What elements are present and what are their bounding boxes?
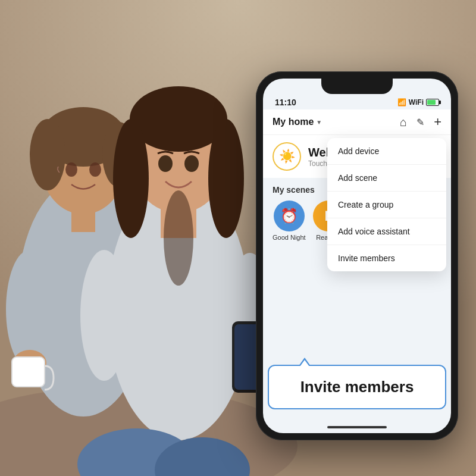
main-phone: 11:10 📶 WiFi My home ▼ xyxy=(256,71,458,440)
sun-symbol: ☀️ xyxy=(279,149,295,164)
home-indicator[interactable] xyxy=(327,426,387,428)
svg-point-7 xyxy=(65,162,77,177)
battery-fill xyxy=(427,100,436,105)
dropdown-voice-assistant[interactable]: Add voice assistant xyxy=(327,218,446,245)
scene-item-goodnight[interactable]: ⏰ Good Night xyxy=(273,201,306,241)
svg-rect-9 xyxy=(71,208,95,232)
dropdown-add-scene[interactable]: Add scene xyxy=(327,165,446,192)
app-content: 11:10 📶 WiFi My home ▼ xyxy=(263,79,451,433)
phone-body: 11:10 📶 WiFi My home ▼ xyxy=(256,71,458,440)
status-time: 11:10 xyxy=(275,98,296,107)
goodnight-icon: ⏰ xyxy=(274,201,305,231)
svg-point-23 xyxy=(80,250,128,381)
wifi-icon: WiFi xyxy=(409,98,424,107)
invite-tooltip-text: Invite members xyxy=(300,378,414,396)
phone-screen: 11:10 📶 WiFi My home ▼ xyxy=(263,79,451,433)
svg-point-22 xyxy=(184,155,199,172)
svg-point-18 xyxy=(113,119,149,238)
battery-tip xyxy=(439,101,441,104)
dropdown-invite-members[interactable]: Invite members xyxy=(327,245,446,271)
invite-tooltip: Invite members xyxy=(268,365,446,409)
home-selector[interactable]: My home ▼ xyxy=(273,117,322,127)
svg-point-8 xyxy=(89,162,101,177)
home-status-icon[interactable]: ⌂ xyxy=(400,115,407,129)
dropdown-menu: Add device Add scene Create a group Add … xyxy=(327,138,446,271)
app-header: My home ▼ ⌂ ✎ + xyxy=(263,109,451,134)
home-label: My home xyxy=(273,117,314,127)
chevron-down-icon: ▼ xyxy=(316,119,322,126)
battery-icon xyxy=(426,99,439,106)
goodnight-label: Good Night xyxy=(273,234,306,241)
sun-icon: ☀️ xyxy=(273,142,301,171)
phone-notch xyxy=(321,79,393,94)
svg-rect-13 xyxy=(12,357,45,387)
svg-point-20 xyxy=(164,190,193,286)
status-icons: 📶 WiFi xyxy=(397,98,439,107)
dropdown-add-device[interactable]: Add device xyxy=(327,138,446,165)
signal-icon: 📶 xyxy=(397,98,406,107)
edit-icon[interactable]: ✎ xyxy=(416,117,424,128)
svg-point-5 xyxy=(30,119,65,190)
svg-point-19 xyxy=(208,119,244,238)
dropdown-create-group[interactable]: Create a group xyxy=(327,192,446,218)
svg-point-21 xyxy=(158,155,173,172)
header-icons: ⌂ ✎ + xyxy=(400,114,441,130)
add-icon[interactable]: + xyxy=(434,114,441,130)
